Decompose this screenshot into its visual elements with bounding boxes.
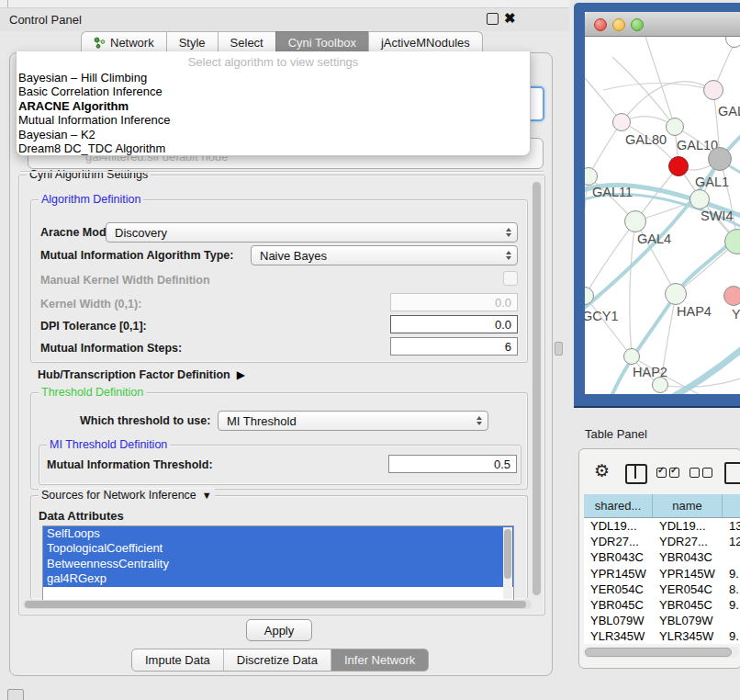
sources-group-title: Sources for Network Inference [41,489,196,502]
network-node[interactable] [723,286,740,306]
mi-steps-field[interactable]: 6 [390,337,518,356]
table-cell: YER054C [584,582,653,596]
network-node[interactable] [623,348,640,365]
network-node[interactable] [690,189,710,209]
new-table-icon[interactable] [724,462,740,484]
data-attribute-item[interactable]: gal4RGexp [43,571,513,586]
manual-kernel-checkbox[interactable] [503,271,518,286]
dpi-tolerance-field[interactable]: 0.0 [390,315,518,333]
network-node[interactable] [708,147,732,171]
data-attribute-item[interactable]: TopologicalCoefficient [43,541,513,556]
threshold-definition-title: Threshold Definition [39,386,146,399]
panel-splitter-grip[interactable] [555,342,563,356]
tab-select[interactable]: Select [218,31,275,53]
tab-style[interactable]: Style [166,31,218,53]
network-icon [94,37,106,49]
table-cell: YPR145W [653,567,723,581]
settings-horizontal-scrollbar[interactable] [23,600,532,609]
network-node[interactable] [665,283,687,305]
data-attributes-list[interactable]: SelfLoopsTopologicalCoefficientBetweenne… [42,525,514,601]
sources-group-title-row[interactable]: Sources for Network Inference ▼ [39,489,215,502]
table-toolbar: ⚙ [579,458,740,490]
network-node[interactable] [652,377,668,393]
network-node-label: GAL80 [625,132,667,147]
algorithm-dropdown-popup: Select algorithm to view settings Bayesi… [16,51,531,156]
expander-down-triangle-icon: ▼ [202,489,212,502]
mi-threshold-field[interactable]: 0.5 [388,455,517,473]
tab-label: Cyni Toolbox [288,36,356,50]
table-cell: YBR045C [653,598,723,612]
table-cell: YPR145W [584,567,653,581]
network-node[interactable] [703,80,723,100]
aracne-mode-combo[interactable]: Discovery [106,222,518,243]
network-window-titlebar[interactable] [585,12,740,37]
algorithm-popup-list: Bayesian – Hill ClimbingBasic Correlatio… [17,71,530,155]
network-canvas[interactable]: GALGAL80GAL10GAL1GAL11SWI4GAL4GCY1HAP4YH… [585,37,740,394]
table-cell: 8. [723,582,740,596]
algorithm-popup-item[interactable]: Bayesian – Hill Climbing [17,71,530,85]
split-columns-icon[interactable] [625,464,647,484]
table-row[interactable]: YDR27...YDR27...12 [584,534,740,549]
close-panel-icon[interactable]: ✖ [504,10,516,27]
gear-icon[interactable]: ⚙ [594,460,610,481]
algorithm-popup-item[interactable]: Basic Correlation Inference [17,85,530,98]
table-row[interactable]: YBR043CYBR043C [584,549,740,565]
apply-button[interactable]: Apply [246,619,312,641]
tab-jactivemnodules[interactable]: jActiveMNodules [368,31,483,53]
algorithm-popup-item[interactable]: Mutual Information Inference [17,113,530,127]
tab-network[interactable]: Network [81,31,166,53]
tab-cyni-toolbox[interactable]: Cyni Toolbox [275,31,368,53]
network-node[interactable] [668,156,689,176]
mi-steps-label: Mutual Information Steps: [40,342,182,355]
minimize-traffic-light-icon[interactable] [612,18,625,31]
table-row[interactable]: YBL079WYBL079W [584,613,740,628]
table-cell: YER054C [653,582,723,596]
network-node-label: GCY1 [585,309,619,323]
attributes-scrollbar[interactable] [503,527,512,599]
manual-kernel-label: Manual Kernel Width Definition [40,274,210,287]
column-header-partial[interactable] [723,494,740,517]
which-threshold-combo[interactable]: MI Threshold [218,411,488,431]
column-header-shared-name[interactable]: shared... [584,494,653,517]
network-node[interactable] [612,113,631,131]
mi-type-combo[interactable]: Naive Bayes [251,245,518,265]
network-window: GALGAL80GAL10GAL1GAL11SWI4GAL4GCY1HAP4YH… [574,3,740,408]
table-row[interactable]: YLR345WYLR345W9. [584,628,740,644]
network-node-label: Y [732,307,740,322]
network-node[interactable] [666,118,684,136]
table-row[interactable]: YER054CYER054C8. [584,581,740,597]
mi-steps-value: 6 [505,340,511,354]
mi-threshold-value: 0.5 [494,457,510,471]
table-horizontal-scrollbar[interactable] [583,647,739,658]
kernel-width-field[interactable]: 0.0 [390,293,518,311]
table-row[interactable]: YDL19...YDL19...13 [584,518,740,534]
select-all-checks-icon[interactable] [656,467,682,480]
control-panel-titlebar: Control Panel [0,8,569,31]
algorithm-popup-placeholder: Select algorithm to view settings [17,54,530,71]
tab-discretize-data[interactable]: Discretize Data [224,649,331,671]
column-header-name[interactable]: name [653,494,723,517]
close-traffic-light-icon[interactable] [594,18,607,31]
algorithm-popup-item[interactable]: Dream8 DC_TDC Algorithm [17,141,530,155]
data-attribute-item[interactable]: SelfLoops [43,526,513,541]
tab-label: Infer Network [344,653,415,667]
settings-vertical-scrollbar[interactable] [532,181,542,598]
algorithm-popup-item[interactable]: Bayesian – K2 [17,128,530,141]
tab-impute-data[interactable]: Impute Data [132,649,224,671]
table-row[interactable]: YPR145WYPR145W9. [584,566,740,581]
hub-definition-label: Hub/Transcription Factor Definition [38,368,230,381]
data-attribute-item[interactable]: BetweennessCentrality [43,557,513,571]
stepper-arrows-icon [506,228,511,237]
tab-infer-network[interactable]: Infer Network [331,649,428,671]
deselect-all-checks-icon[interactable] [690,467,715,480]
panel-corner-button[interactable] [7,689,24,700]
algorithm-popup-item[interactable]: ARACNE Algorithm [17,99,530,113]
hub-definition-expander[interactable]: Hub/Transcription Factor Definition ▶ [38,368,245,381]
zoom-traffic-light-icon[interactable] [631,18,644,31]
table-row[interactable]: YBR045CYBR045C9. [584,597,740,613]
data-attributes-label: Data Attributes [39,509,124,523]
network-node[interactable] [624,210,646,232]
float-panel-icon[interactable] [487,13,499,25]
table-cell: YDR27... [584,535,653,548]
kernel-width-label: Kernel Width (0,1): [40,298,141,310]
